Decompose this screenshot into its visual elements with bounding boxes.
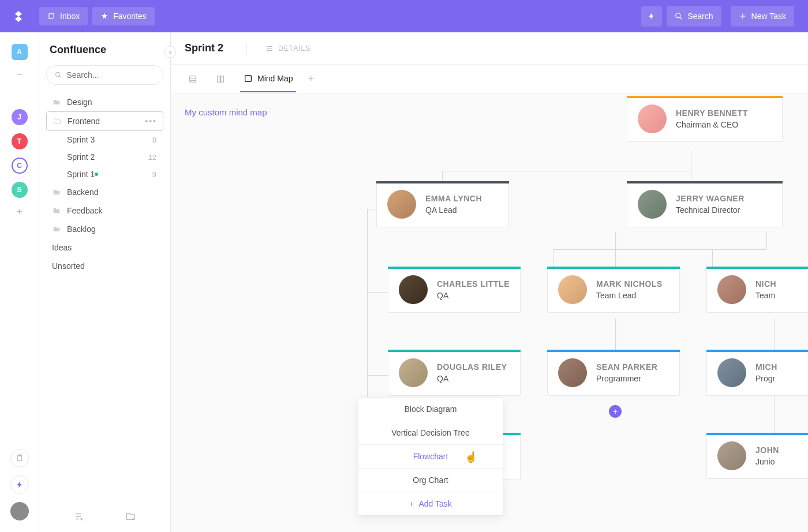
avatar xyxy=(717,358,746,387)
org-card[interactable]: JOHN Junio xyxy=(706,433,808,479)
org-card[interactable]: EMMA LYNCH QA Lead xyxy=(376,181,509,227)
sidebar-sub-sprint1[interactable]: Sprint 1 9 xyxy=(46,166,163,183)
collapse-minus-icon[interactable]: − xyxy=(16,68,23,81)
tab-mindmap[interactable]: Mind Map xyxy=(240,66,296,92)
app-logo[interactable] xyxy=(9,7,28,25)
tab-list[interactable] xyxy=(185,66,201,92)
popup-item-block-diagram[interactable]: Block Diagram xyxy=(358,398,503,421)
org-card[interactable]: DOUGLAS RILEY QA xyxy=(388,350,521,396)
user-avatar[interactable] xyxy=(10,502,29,520)
sidebar-item-label: Feedback xyxy=(67,206,102,215)
folder-icon xyxy=(52,207,61,215)
popup-item-org-chart[interactable]: Org Chart xyxy=(358,469,503,492)
space-avatar-s[interactable]: S xyxy=(12,182,28,198)
svg-rect-6 xyxy=(221,76,224,82)
sidebar-item-backlog[interactable]: Backlog xyxy=(46,220,163,238)
clipboard-button[interactable] xyxy=(10,449,29,467)
sidebar-item-label: Backend xyxy=(67,188,98,197)
list-icon xyxy=(265,44,274,53)
folder-icon xyxy=(52,98,61,106)
sidebar-item-backend[interactable]: Backend xyxy=(46,183,163,201)
sidebar: Confluence ‹ Design Frontend ••• Sprint … xyxy=(39,32,171,532)
add-view-button[interactable]: + xyxy=(308,73,314,85)
sidebar-search[interactable] xyxy=(46,65,163,85)
avatar xyxy=(399,275,428,304)
card-role: Junio xyxy=(755,457,779,466)
template-popup: Block Diagram Vertical Decision Tree Flo… xyxy=(358,397,503,516)
sidebar-item-design[interactable]: Design xyxy=(46,93,163,111)
tab-board[interactable] xyxy=(212,66,229,92)
card-role: QA xyxy=(437,291,510,300)
avatar xyxy=(638,190,667,219)
avatar xyxy=(558,275,587,304)
search-icon xyxy=(55,71,62,79)
search-label: Search xyxy=(687,12,713,21)
sidebar-item-unsorted[interactable]: Unsorted xyxy=(46,257,163,275)
sidebar-item-frontend[interactable]: Frontend ••• xyxy=(46,111,163,131)
page-title: Sprint 2 xyxy=(185,42,223,54)
search-button[interactable]: Search xyxy=(667,6,721,27)
card-role: QA Lead xyxy=(425,205,482,215)
popup-item-flowchart[interactable]: Flowchart ☝ xyxy=(358,445,503,469)
card-role: Programmer xyxy=(596,374,657,383)
add-list-button[interactable] xyxy=(74,511,84,524)
card-name: DOUGLAS RILEY xyxy=(437,362,507,372)
org-card[interactable]: MARK NICHOLS Team Lead xyxy=(547,267,680,313)
bolt-button[interactable] xyxy=(641,6,662,27)
bolt-shortcut-button[interactable] xyxy=(10,475,29,494)
favorites-button[interactable]: Favorites xyxy=(92,7,155,25)
avatar xyxy=(558,358,587,387)
space-avatar-c[interactable]: C xyxy=(12,158,28,174)
plus-icon xyxy=(739,12,747,20)
details-label: DETAILS xyxy=(278,44,311,53)
inbox-icon xyxy=(47,12,55,20)
card-role: Progr xyxy=(755,374,777,383)
folder-icon xyxy=(52,225,61,233)
count-badge: 8 xyxy=(152,136,156,144)
sidebar-item-feedback[interactable]: Feedback xyxy=(46,201,163,220)
inbox-button[interactable]: Inbox xyxy=(39,7,88,25)
workspace-square[interactable]: A xyxy=(12,44,28,60)
popup-item-vertical-tree[interactable]: Vertical Decision Tree xyxy=(358,421,503,445)
folder-open-icon xyxy=(53,117,62,125)
mini-sidebar: A − J T C S + xyxy=(0,32,39,532)
org-card[interactable]: NICH Team xyxy=(706,267,808,313)
topbar: Inbox Favorites Search New Task xyxy=(0,0,808,32)
card-role: Team xyxy=(755,291,776,300)
org-card[interactable]: SEAN PARKER Programmer xyxy=(547,350,680,396)
card-role: Technical Director xyxy=(676,205,745,215)
sidebar-sub-sprint3[interactable]: Sprint 3 8 xyxy=(46,131,163,148)
new-task-button[interactable]: New Task xyxy=(731,6,794,27)
org-card[interactable]: MICH Progr xyxy=(706,350,808,396)
svg-rect-4 xyxy=(190,76,196,82)
list-view-icon xyxy=(188,74,197,84)
add-space-button[interactable]: + xyxy=(16,206,23,218)
view-tabs: Mind Map + xyxy=(171,65,808,93)
bolt-icon xyxy=(648,12,656,20)
search-icon xyxy=(675,12,683,20)
add-folder-button[interactable] xyxy=(125,511,136,524)
add-node-button[interactable]: + xyxy=(609,405,622,418)
svg-rect-5 xyxy=(218,76,220,82)
sidebar-item-ideas[interactable]: Ideas xyxy=(46,238,163,257)
sidebar-item-label: Design xyxy=(67,98,92,107)
sidebar-item-label: Frontend xyxy=(68,117,100,126)
sidebar-sub-label: Sprint 1 xyxy=(67,170,95,179)
details-button[interactable]: DETAILS xyxy=(246,43,311,54)
card-role: Team Lead xyxy=(596,291,663,300)
sidebar-item-label: Backlog xyxy=(67,224,96,234)
clipboard-icon xyxy=(16,454,24,462)
svg-point-3 xyxy=(56,72,60,76)
card-name: JOHN xyxy=(755,445,779,455)
card-name: CHARLES LITTLE xyxy=(437,279,510,289)
space-avatar-j[interactable]: J xyxy=(12,109,28,125)
sidebar-title: Confluence xyxy=(46,44,163,56)
space-avatar-t[interactable]: T xyxy=(12,133,28,149)
search-input[interactable] xyxy=(66,70,155,80)
org-card[interactable]: JERRY WAGNER Technical Director xyxy=(627,181,783,227)
popup-add-task[interactable]: + Add Task xyxy=(358,492,503,515)
org-card[interactable]: CHARLES LITTLE QA xyxy=(388,267,521,313)
more-icon[interactable]: ••• xyxy=(145,117,157,126)
org-card-root[interactable]: HENRY BENNETT Chairman & CEO xyxy=(627,96,783,142)
sidebar-sub-sprint2[interactable]: Sprint 2 12 xyxy=(46,148,163,166)
